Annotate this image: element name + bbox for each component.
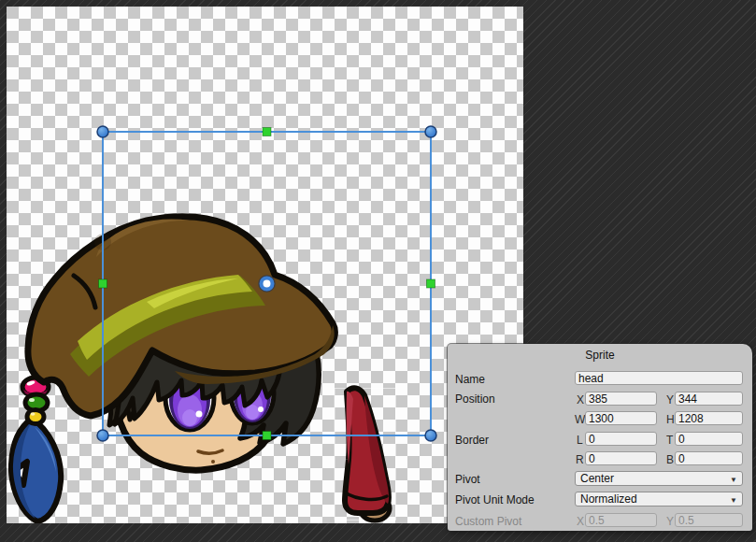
dropdown-arrow-icon: ▼	[730, 494, 737, 507]
name-label: Name	[455, 373, 485, 386]
pivot-label: Pivot	[455, 473, 480, 486]
height-field[interactable]	[675, 411, 743, 425]
selection-corner-handle-bottom-left[interactable]	[97, 430, 108, 441]
border-r-prefix: R	[576, 453, 585, 466]
selection-corner-handle-bottom-right[interactable]	[425, 430, 436, 441]
pivot-dropdown-value: Center	[580, 472, 614, 485]
sleeve-and-hand	[345, 388, 390, 521]
unity-sprite-editor: { "panel": { "title": "Sprite", "name": …	[0, 0, 756, 542]
selection-edge-handle-right[interactable]	[427, 279, 435, 288]
selection-edge-handle-left[interactable]	[99, 279, 107, 288]
border-r-field[interactable]	[585, 451, 657, 465]
sprite-inspector-panel: Sprite Name Position X Y W H Border L T …	[448, 344, 752, 531]
sprite-editor-canvas[interactable]	[7, 7, 523, 523]
position-label: Position	[455, 392, 495, 406]
custom-pivot-x-field	[585, 513, 657, 527]
sprite-editor-view	[7, 7, 523, 523]
border-label: Border	[455, 434, 489, 447]
bead-yellow	[27, 410, 44, 424]
dropdown-arrow-icon: ▼	[730, 474, 737, 487]
position-y-field[interactable]	[675, 392, 743, 406]
panel-title: Sprite	[448, 349, 752, 362]
custom-pivot-y-field	[675, 513, 743, 527]
sprite-artwork	[11, 217, 396, 521]
border-t-field[interactable]	[675, 432, 743, 446]
selection-edge-handle-bottom[interactable]	[263, 432, 271, 440]
position-x-field[interactable]	[585, 392, 657, 406]
width-field[interactable]	[585, 411, 657, 425]
position-w-prefix: W	[575, 413, 584, 426]
pivot-unit-mode-dropdown-value: Normalized	[580, 492, 637, 506]
pivot-unit-mode-dropdown[interactable]: Normalized ▼	[575, 492, 743, 506]
name-field[interactable]	[575, 371, 743, 385]
custom-pivot-label: Custom Pivot	[455, 515, 521, 528]
pivot-unit-mode-label: Pivot Unit Mode	[455, 493, 535, 506]
chin-dot	[211, 460, 215, 464]
selection-corner-handle-top-left[interactable]	[97, 126, 108, 137]
border-l-field[interactable]	[585, 432, 657, 446]
feather-ornament	[11, 419, 61, 521]
selection-edge-handle-top[interactable]	[263, 128, 271, 136]
border-b-field[interactable]	[675, 451, 743, 465]
selection-corner-handle-top-right[interactable]	[425, 126, 436, 137]
pivot-dropdown[interactable]: Center ▼	[575, 471, 743, 486]
pivot-handle[interactable]	[259, 276, 275, 292]
